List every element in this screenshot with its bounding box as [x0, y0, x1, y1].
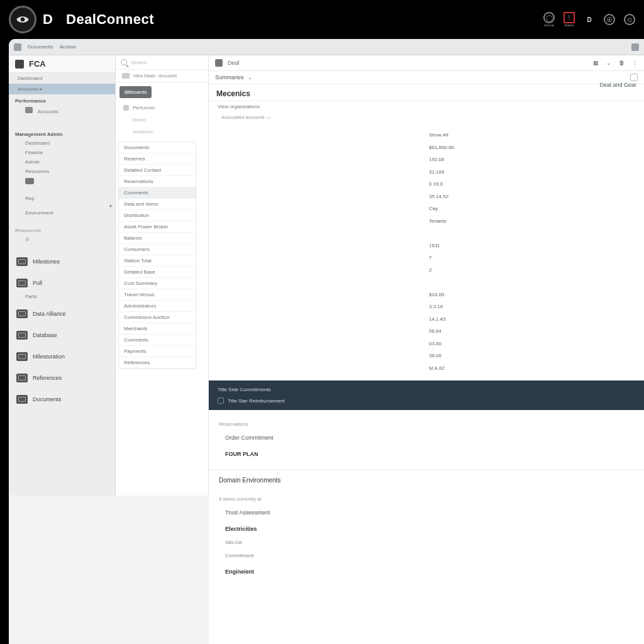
lower-line-d[interactable]: Commitment [219, 549, 634, 562]
nav-data-alliance[interactable]: Data Alliance [9, 305, 115, 323]
nav-milestoration[interactable]: Milestoration [9, 348, 115, 365]
toolbar-crumb-2[interactable]: Archive [59, 44, 76, 50]
val-1: $81,800.00 [429, 142, 498, 155]
content-area: Deal ▦ ⌄ 🗑 ⋮ Summaries ⌄ Mecenics Deal a… [209, 55, 644, 644]
dp-reserves[interactable]: Reserves [119, 153, 196, 165]
sec-chip[interactable]: Billboards [119, 86, 152, 98]
val-show: Show All [429, 130, 498, 142]
sub-admin[interactable]: Admin [9, 157, 115, 167]
nav-parts[interactable]: Parts [9, 292, 115, 301]
lower-line-a[interactable]: Trust Assessment [219, 506, 634, 519]
brand-text: D DealConnect [43, 11, 154, 28]
brand-letter: D [43, 11, 53, 27]
banner-line1: Title Side Commitments [218, 387, 635, 392]
val-10: 7 [429, 252, 498, 265]
lower-strong1[interactable]: FOUR PLAN [219, 447, 634, 461]
dp-detailed-base[interactable]: Detailed Base [119, 267, 196, 278]
tb-trash-icon[interactable]: 🗑 [619, 60, 625, 66]
page-title: Mecenics [209, 84, 644, 101]
lower-line-c[interactable]: SBLOA [219, 536, 634, 549]
header-power-icon[interactable]: ⊙ [624, 14, 635, 25]
dp-travel-versus[interactable]: Travel Versus [119, 289, 196, 301]
brand-logo [9, 6, 36, 33]
tb-more-icon[interactable]: ⋮ [632, 60, 638, 66]
dp-comments2[interactable]: Comments [119, 335, 196, 346]
tb-chevron-icon[interactable]: ⌄ [606, 60, 611, 66]
val-13: $18.00 [429, 289, 498, 302]
nav-database[interactable]: Database [9, 326, 115, 344]
info-banner: Title Side Commitments Title Star Reimbu… [209, 380, 644, 410]
pull-icon [16, 279, 28, 287]
rt-box-icon[interactable] [630, 74, 638, 81]
dp-distribution[interactable]: Distribution [119, 210, 196, 221]
banner-line2: Title Star Reimbursement [228, 398, 284, 404]
tb-grid-icon[interactable]: ▦ [593, 60, 599, 66]
dp-payments[interactable]: Payments [119, 346, 196, 357]
dp-references[interactable]: References [119, 357, 196, 368]
sec-analytics[interactable]: Analytics [116, 126, 208, 138]
header-letter-icon[interactable]: D [584, 14, 595, 25]
dropdown-label[interactable]: Summaries [215, 74, 244, 80]
chevron-down-icon[interactable]: ⌄ [248, 74, 253, 80]
lower-line-b[interactable]: Electricities [219, 522, 634, 536]
org-row[interactable]: FCA [9, 55, 115, 73]
dp-merchants[interactable]: Merchants [119, 323, 196, 335]
val-4: 0 19.8 [429, 179, 498, 191]
nav-documents[interactable]: Documents [9, 391, 115, 408]
toolbar-crumb-1[interactable]: Documents [28, 44, 53, 50]
lower-section: Reservations Order Commitment FOUR PLAN … [209, 410, 644, 585]
nav-pull[interactable]: Pull [9, 274, 115, 292]
sec-brand[interactable]: Brand [116, 114, 208, 126]
sec-search[interactable]: Search [116, 55, 208, 70]
lower-line-e[interactable]: Engineient [219, 565, 634, 579]
val-6: Cay [429, 203, 498, 216]
dp-cost-summary[interactable]: Cost Summary [119, 278, 196, 289]
dp-commission[interactable]: Commission Auction [119, 312, 196, 323]
lower-item1[interactable]: Order Commitment [219, 431, 634, 445]
val-17: 03.80 [429, 338, 498, 351]
org-name: FCA [29, 59, 46, 69]
folder-icon [122, 73, 130, 79]
dp-administrators[interactable]: Administrators [119, 301, 196, 312]
val-14: 3.3.18 [429, 301, 498, 314]
toolbar-adjust-icon[interactable] [631, 43, 639, 51]
header-link[interactable]: Deal and Gear [599, 82, 636, 88]
sub-dash[interactable]: Dashboard [9, 138, 115, 148]
tab-label[interactable]: Deal [228, 60, 240, 66]
sub-rep[interactable]: Rep [9, 194, 115, 203]
sub-env[interactable]: Environment [9, 208, 115, 218]
dp-station-total[interactable]: Station Total [119, 255, 196, 267]
sec-strip[interactable]: View Deals · Accounts [116, 70, 208, 82]
dp-documents[interactable]: Documents [119, 142, 196, 153]
sub-resources[interactable]: Resources [9, 167, 115, 176]
header-user-icon[interactable]: ◯Home [543, 12, 555, 27]
nav-milestones[interactable]: Milestones [9, 253, 115, 270]
header-alert-icon[interactable]: !Alerts [564, 12, 575, 27]
app-frame: Documents Archive FCA Dashboard Accounts… [9, 39, 644, 644]
dp-data-items[interactable]: Data and Items [119, 199, 196, 210]
dp-detailed-contact[interactable]: Detailed Contact [119, 165, 196, 176]
app-header: D DealConnect ◯Home !Alerts D ⦿ ⊙ [0, 0, 644, 39]
dp-consumers[interactable]: Consumers [119, 244, 196, 255]
detail-panel: Documents Reserves Detailed Contact Rese… [118, 142, 196, 369]
dp-reservations[interactable]: Reservations [119, 176, 196, 187]
val-2: 192.08 [429, 154, 498, 167]
sec-performer[interactable]: Performer [116, 102, 208, 114]
val-7: Tenants [429, 216, 498, 228]
toolbar: Documents Archive [9, 39, 644, 55]
mini-accounts[interactable]: Accounts ▸ [9, 84, 115, 94]
milestone-icon [16, 257, 28, 266]
sub-accounts[interactable]: Accounts [9, 105, 115, 116]
nav-references[interactable]: References [9, 369, 115, 387]
tab-icon [215, 59, 223, 67]
sub-res-icon[interactable] [9, 176, 115, 187]
dp-asset-broker[interactable]: Asset Power Broker [119, 221, 196, 233]
header-settings-icon[interactable]: ⦿ [604, 14, 615, 25]
search-placeholder: Search [131, 60, 147, 65]
dp-balance[interactable]: Balance [119, 233, 196, 244]
mini-dashboard[interactable]: Dashboard [9, 73, 115, 84]
dp-comments[interactable]: Comments [119, 187, 196, 199]
sub-finance[interactable]: Finance [9, 148, 115, 157]
sub-dash2[interactable]: ⊙ [9, 235, 115, 244]
primary-sidebar: FCA Dashboard Accounts ▸ Performance Acc… [9, 55, 116, 496]
